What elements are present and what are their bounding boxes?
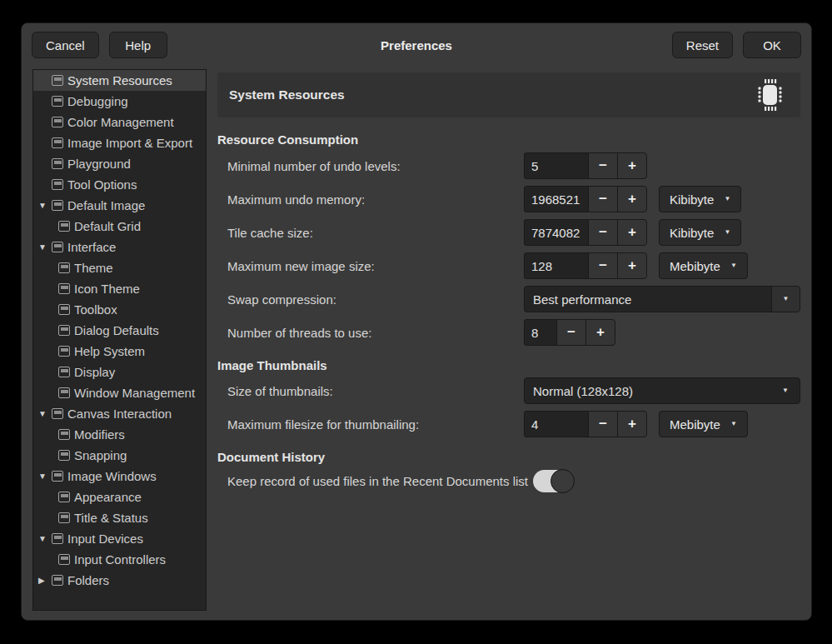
sidebar-item-display[interactable]: Display: [33, 362, 206, 382]
sidebar-item-label: Theme: [74, 261, 113, 275]
sidebar-item-interface[interactable]: ▼ Interface: [33, 237, 206, 257]
sidebar-item-system-resources[interactable]: System Resources: [33, 70, 206, 91]
thumb-filesize-spinner: − +: [524, 411, 647, 437]
new-image-size-label: Maximum new image size:: [217, 259, 524, 273]
sidebar-item-debugging[interactable]: Debugging: [33, 91, 206, 112]
threads-input[interactable]: [524, 319, 557, 346]
sidebar-item-label: Display: [74, 365, 115, 379]
chevron-down-icon: ▼: [724, 229, 730, 236]
sidebar-item-modifiers[interactable]: Modifiers: [33, 424, 206, 445]
new-image-size-spinner: − +: [524, 252, 647, 279]
toolbox-icon: [58, 304, 70, 315]
default-grid-icon: [58, 221, 70, 232]
sidebar-item-snapping[interactable]: Snapping: [33, 445, 206, 466]
undo-levels-spinner: − +: [524, 152, 647, 179]
undo-levels-label: Minimal number of undo levels:: [217, 159, 524, 173]
titlebar-right-buttons: Reset OK: [672, 32, 801, 58]
title-status-icon: [58, 512, 70, 523]
expander-open-icon[interactable]: ▼: [38, 410, 52, 418]
sidebar-item-window-management[interactable]: Window Management: [33, 382, 206, 403]
minus-icon[interactable]: −: [588, 252, 618, 279]
row-new-image-size: Maximum new image size: − + Mebibyte ▼: [217, 249, 800, 282]
sidebar-item-label: Input Controllers: [74, 552, 166, 567]
sidebar-item-label: Tool Options: [67, 177, 137, 192]
new-image-size-unit-dropdown[interactable]: Mebibyte ▼: [659, 252, 748, 279]
undo-memory-unit-dropdown[interactable]: Kibibyte ▼: [659, 186, 741, 212]
plus-icon[interactable]: +: [617, 219, 647, 246]
unit-value: Mebibyte: [670, 259, 720, 273]
thumb-size-dropdown[interactable]: Normal (128x128) ▼: [524, 377, 800, 404]
minus-icon[interactable]: −: [588, 219, 618, 246]
new-image-size-input[interactable]: [524, 252, 589, 279]
expander-closed-icon[interactable]: ▶: [38, 577, 52, 585]
dropdown-arrow-button[interactable]: ▼: [771, 287, 800, 312]
sidebar-item-title-status[interactable]: Title & Status: [33, 507, 206, 528]
sidebar-item-toolbox[interactable]: Toolbox: [33, 299, 206, 320]
sidebar-item-help-system[interactable]: Help System: [33, 341, 206, 362]
dialog-defaults-icon: [58, 325, 70, 336]
ok-button[interactable]: OK: [743, 32, 801, 58]
sidebar-item-label: Image Windows: [67, 469, 157, 483]
swap-compression-dropdown[interactable]: Best performance ▼: [524, 286, 800, 312]
expander-open-icon[interactable]: ▼: [38, 243, 52, 252]
keep-record-toggle[interactable]: [533, 470, 573, 492]
plus-icon[interactable]: +: [617, 186, 647, 212]
sidebar-item-color-management[interactable]: Color Management: [33, 112, 206, 132]
plus-icon[interactable]: +: [617, 252, 647, 279]
plus-icon[interactable]: +: [617, 411, 647, 437]
sidebar-item-input-devices[interactable]: ▼ Input Devices: [33, 528, 206, 549]
sidebar-item-image-import-export[interactable]: Image Import & Export: [33, 132, 206, 153]
sidebar-item-default-grid[interactable]: Default Grid: [33, 216, 206, 237]
sidebar-item-icon-theme[interactable]: Icon Theme: [33, 278, 206, 299]
reset-button[interactable]: Reset: [672, 32, 733, 58]
minus-icon[interactable]: −: [588, 186, 618, 212]
icon-theme-icon: [58, 283, 70, 294]
sidebar-item-label: Canvas Interaction: [67, 407, 172, 421]
sidebar-item-appearance[interactable]: Appearance: [33, 487, 206, 507]
sidebar-item-tool-options[interactable]: Tool Options: [33, 174, 206, 195]
thumb-filesize-input[interactable]: [524, 411, 589, 437]
sidebar-item-label: Playground: [67, 157, 131, 171]
combo-value: Best performance: [525, 292, 771, 307]
image-windows-icon: [52, 471, 63, 482]
sidebar-item-playground[interactable]: Playground: [33, 153, 206, 174]
row-swap-compression: Swap compression: Best performance ▼: [217, 282, 800, 316]
expander-open-icon[interactable]: ▼: [38, 472, 52, 481]
chevron-down-icon: ▼: [782, 387, 789, 394]
cancel-button[interactable]: Cancel: [32, 32, 99, 58]
default-image-icon: [52, 200, 63, 211]
sidebar-item-folders[interactable]: ▶ Folders: [33, 570, 206, 591]
threads-spinner: − +: [524, 319, 615, 346]
sidebar-item-label: Snapping: [74, 448, 127, 462]
minus-icon[interactable]: −: [588, 411, 618, 437]
sidebar-item-dialog-defaults[interactable]: Dialog Defaults: [33, 320, 206, 341]
sidebar-item-image-windows[interactable]: ▼ Image Windows: [33, 466, 206, 487]
keep-record-label: Keep record of used files in the Recent …: [217, 474, 528, 488]
panel-title: System Resources: [229, 87, 345, 102]
sidebar-item-label: Interface: [67, 240, 116, 254]
modifiers-icon: [58, 429, 70, 440]
unit-value: Mebibyte: [670, 417, 720, 432]
undo-memory-input[interactable]: [524, 186, 589, 212]
help-button[interactable]: Help: [109, 32, 167, 58]
sidebar-item-input-controllers[interactable]: Input Controllers: [33, 549, 206, 570]
undo-levels-input[interactable]: [524, 152, 589, 179]
sidebar-item-default-image[interactable]: ▼ Default Image: [33, 195, 206, 216]
expander-open-icon[interactable]: ▼: [38, 535, 52, 543]
expander-open-icon[interactable]: ▼: [38, 202, 52, 210]
tile-cache-unit-dropdown[interactable]: Kibibyte ▼: [659, 219, 741, 246]
sidebar-item-canvas-interaction[interactable]: ▼ Canvas Interaction: [33, 403, 206, 424]
tile-cache-input[interactable]: [524, 219, 589, 246]
minus-icon[interactable]: −: [588, 152, 618, 179]
appearance-icon: [58, 492, 70, 502]
thumb-filesize-unit-dropdown[interactable]: Mebibyte ▼: [659, 411, 748, 437]
plus-icon[interactable]: +: [617, 152, 647, 179]
tile-cache-label: Tile cache size:: [217, 226, 524, 240]
sidebar-item-label: Modifiers: [74, 427, 125, 442]
sidebar-item-label: Appearance: [74, 490, 142, 504]
sidebar-item-label: Color Management: [67, 115, 174, 129]
plus-icon[interactable]: +: [585, 319, 615, 346]
sidebar-item-theme[interactable]: Theme: [33, 257, 206, 278]
minus-icon[interactable]: −: [556, 319, 586, 346]
folders-icon: [52, 575, 63, 586]
